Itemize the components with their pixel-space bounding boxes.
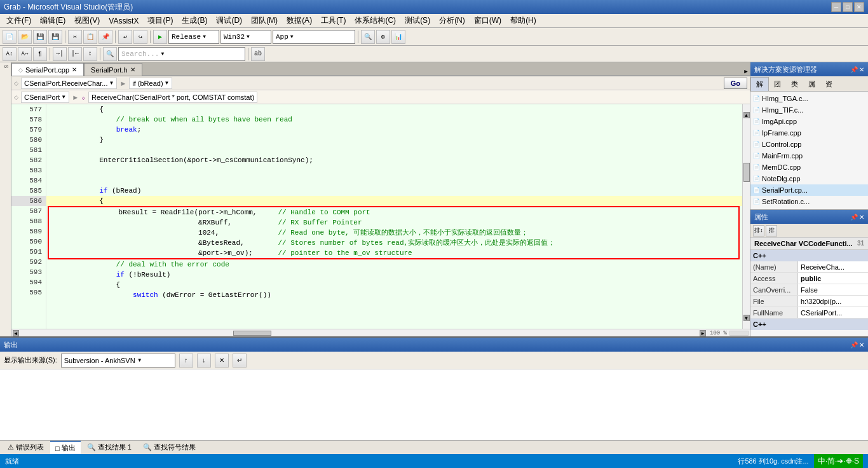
tree-item-3[interactable]: 📄 IpFrame.cpp xyxy=(750,127,868,139)
hscroll-thumb[interactable] xyxy=(233,331,271,336)
undo-btn[interactable]: ↩ xyxy=(118,30,132,44)
tree-item-8[interactable]: 📄 SerialPort.cp... xyxy=(750,184,868,196)
scroll-up[interactable]: ▲ xyxy=(743,112,750,118)
code-line-579: break; xyxy=(46,125,742,135)
tree-item-1[interactable]: 📄 HImg_TIF.c... xyxy=(750,104,868,116)
menu-tools[interactable]: 工具(T) xyxy=(317,14,349,27)
misc-btn2[interactable]: ⚙ xyxy=(376,30,390,44)
copy-btn[interactable]: 📋 xyxy=(83,30,97,44)
tb2-btn7[interactable]: ab xyxy=(251,47,265,61)
output-area[interactable] xyxy=(0,369,868,440)
save-btn[interactable]: 💾 xyxy=(33,30,47,44)
class-select[interactable]: CSerialPort ▼ xyxy=(21,92,69,103)
misc-btn3[interactable]: 📊 xyxy=(391,30,405,44)
menu-file[interactable]: 文件(F) xyxy=(3,14,35,27)
se-tab-3[interactable]: 类 xyxy=(786,77,803,91)
menu-debug[interactable]: 调试(D) xyxy=(212,14,246,27)
tab-error-list[interactable]: ⚠ 错误列表 xyxy=(3,441,49,454)
tab-find-results[interactable]: 🔍 查找结果 1 xyxy=(82,441,137,454)
tree-item-2[interactable]: 📄 ImgApi.cpp xyxy=(750,116,868,127)
props-pin[interactable]: 📌 xyxy=(850,214,858,221)
se-tab-5[interactable]: 资 xyxy=(820,77,837,91)
menu-window[interactable]: 窗口(W) xyxy=(470,14,505,27)
tree-item-0[interactable]: 📄 HImg_TGA.c... xyxy=(750,93,868,104)
close-tab1[interactable]: ✕ xyxy=(72,66,77,73)
class-dropdown[interactable]: CSerialPort.ReceiveChar... ▼ xyxy=(21,78,117,89)
target-dropdown[interactable]: App ▼ xyxy=(273,30,355,44)
tree-item-5[interactable]: 📄 MainFrm.cpp xyxy=(750,150,868,162)
hscroll-track xyxy=(19,331,233,336)
tb2-btn3[interactable]: ¶ xyxy=(33,47,47,61)
search-dropdown[interactable]: Search... ▼ xyxy=(118,47,245,61)
output-close[interactable]: ✕ xyxy=(859,341,864,348)
output-wrap[interactable]: ↵ xyxy=(233,354,247,368)
go-button[interactable]: Go xyxy=(724,78,747,89)
output-pin[interactable]: 📌 xyxy=(850,341,858,348)
scroll-down[interactable]: ▼ xyxy=(743,315,750,321)
output-source-dropdown[interactable]: Subversion - AnkhSVN ▼ xyxy=(61,354,175,368)
menu-view[interactable]: 视图(V) xyxy=(71,14,104,27)
menu-data[interactable]: 数据(A) xyxy=(283,14,316,27)
tree-item-6[interactable]: 📄 MemDC.cpp xyxy=(750,162,868,173)
tb2-btn5[interactable]: |← xyxy=(68,47,82,61)
minimize-button[interactable]: ─ xyxy=(831,2,841,12)
function-select[interactable]: ReceiveChar(CSerialPort * port, COMSTAT … xyxy=(88,92,257,103)
tab-serialport-cpp[interactable]: ◇ SerialPort.cpp ✕ xyxy=(11,63,84,76)
menu-vassistx[interactable]: VAssistX xyxy=(105,15,142,27)
hscroll-right[interactable]: ► xyxy=(700,330,706,336)
output-clear[interactable]: ✕ xyxy=(215,354,229,368)
tb2-btn1[interactable]: A↕ xyxy=(3,47,17,61)
tb2-btn4[interactable]: →| xyxy=(53,47,67,61)
se-tab-4[interactable]: 属 xyxy=(803,77,820,91)
tab-output[interactable]: □ 输出 xyxy=(50,441,81,454)
platform-dropdown[interactable]: Win32 ▼ xyxy=(220,30,271,44)
se-pin[interactable]: 📌 xyxy=(850,66,858,73)
menu-architecture[interactable]: 体系结构(C) xyxy=(351,14,400,27)
save-all-btn[interactable]: 💾 xyxy=(48,30,62,44)
release-dropdown[interactable]: Release ▼ xyxy=(168,30,219,44)
left-tab1[interactable]: S xyxy=(3,65,9,68)
scroll-thumb[interactable] xyxy=(743,163,750,182)
props-sort-alpha[interactable]: 排 xyxy=(766,225,777,237)
hscroll-left[interactable]: ◄ xyxy=(13,330,19,336)
props-close[interactable]: ✕ xyxy=(859,214,864,221)
paste-btn[interactable]: 📌 xyxy=(98,30,112,44)
props-sort-cat[interactable]: 排↕ xyxy=(753,225,764,237)
misc-btn1[interactable]: 🔍 xyxy=(361,30,375,44)
redo-btn[interactable]: ↪ xyxy=(133,30,147,44)
condition-dropdown[interactable]: if (bRead) ▼ xyxy=(129,78,172,89)
close-button[interactable]: ✕ xyxy=(854,2,864,12)
se-tab-2[interactable]: 团 xyxy=(769,77,786,91)
tab-scroll-right[interactable]: ▶ xyxy=(742,68,750,76)
se-close[interactable]: ✕ xyxy=(859,66,864,73)
tb2-find[interactable]: 🔍 xyxy=(103,47,117,61)
tb2-btn2[interactable]: A↔ xyxy=(18,47,32,61)
h-scrollbar[interactable]: ◄ ► 100 % xyxy=(11,329,750,336)
tab-serialport-h[interactable]: SerialPort.h ✕ xyxy=(84,63,142,76)
tree-item-4[interactable]: 📄 LControl.cpp xyxy=(750,139,868,150)
tree-item-7[interactable]: 📄 NoteDlg.cpp xyxy=(750,173,868,184)
start-btn[interactable]: ▶ xyxy=(153,30,167,44)
code-content[interactable]: { // break out when all bytes have been … xyxy=(46,104,742,329)
new-file-btn[interactable]: 📄 xyxy=(3,30,17,44)
close-tab2[interactable]: ✕ xyxy=(130,66,135,73)
ime-indicator[interactable]: 中·简·➔·❉·S xyxy=(814,454,863,468)
tree-item-9[interactable]: 📄 SetRotation.c... xyxy=(750,196,868,207)
open-btn[interactable]: 📂 xyxy=(18,30,32,44)
menu-test[interactable]: 测试(S) xyxy=(401,14,434,27)
menu-build[interactable]: 生成(B) xyxy=(178,14,211,27)
menu-team[interactable]: 团队(M) xyxy=(247,14,281,27)
tb2-btn6[interactable]: ↕ xyxy=(83,47,97,61)
tab-find-symbols[interactable]: 🔍 查找符号结果 xyxy=(138,441,201,454)
maximize-button[interactable]: □ xyxy=(843,2,853,12)
zoom-slider[interactable] xyxy=(729,331,749,336)
cut-btn[interactable]: ✂ xyxy=(68,30,82,44)
menu-project[interactable]: 项目(P) xyxy=(144,14,177,27)
menu-analyze[interactable]: 分析(N) xyxy=(435,14,469,27)
menu-edit[interactable]: 编辑(E) xyxy=(36,14,69,27)
editor-vscroll[interactable]: ▲ ▼ xyxy=(742,104,750,329)
se-tab-1[interactable]: 解 xyxy=(750,77,769,91)
output-btn2[interactable]: ↓ xyxy=(197,354,211,368)
output-btn1[interactable]: ↑ xyxy=(179,354,193,368)
menu-help[interactable]: 帮助(H) xyxy=(506,14,540,27)
